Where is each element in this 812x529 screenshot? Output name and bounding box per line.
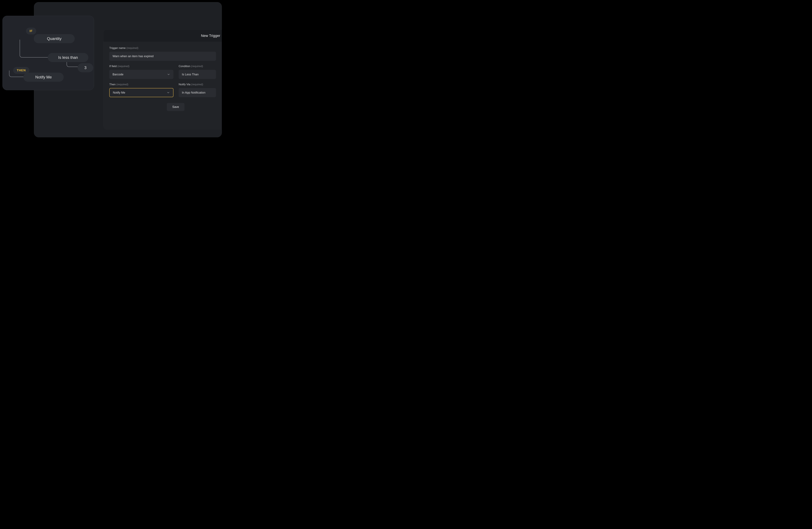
chevron-down-icon: [166, 91, 170, 94]
label-text: Trigger name: [109, 46, 126, 49]
select-value: Notify Me: [113, 91, 125, 95]
trigger-name-input[interactable]: [109, 52, 216, 61]
label-if-field: If field (required): [109, 65, 173, 68]
condition-select[interactable]: Is Less Than: [179, 70, 216, 79]
flow-action-pill: Notify Me: [24, 73, 64, 82]
required-hint: (required): [191, 83, 203, 86]
field-condition: Condition (required) Is Less Than: [179, 65, 216, 79]
save-button[interactable]: Save: [167, 103, 185, 111]
modal-title: New Trigger: [201, 34, 220, 38]
field-notify-via: Notify Via (required) In App Notificatio…: [179, 83, 216, 97]
select-value: Barcode: [113, 73, 124, 76]
select-value: In App Notification: [182, 91, 205, 95]
then-select[interactable]: Notify Me: [109, 88, 173, 97]
modal-body: Trigger name (required) If field (requir…: [103, 42, 222, 129]
label-notify-via: Notify Via (required): [179, 83, 216, 86]
field-trigger-name: Trigger name (required): [109, 46, 216, 61]
flow-operator-pill: Is less than: [48, 53, 88, 62]
required-hint: (required): [191, 65, 203, 68]
field-then: Then (required) Notify Me: [109, 83, 173, 97]
label-condition: Condition (required): [179, 65, 216, 68]
modal-header: New Trigger: [103, 30, 222, 42]
select-value: Is Less Than: [182, 73, 199, 76]
notify-via-select[interactable]: In App Notification: [179, 88, 216, 97]
required-hint: (required): [117, 65, 129, 68]
label-text: Then: [109, 83, 116, 86]
label-text: If field: [109, 65, 117, 68]
required-hint: (required): [116, 83, 128, 86]
label-text: Condition: [179, 65, 190, 68]
label-then: Then (required): [109, 83, 173, 86]
flow-if-keyword: IF: [26, 28, 36, 34]
field-if-field: If field (required) Barcode: [109, 65, 173, 79]
flow-then-keyword: THEN: [13, 67, 29, 74]
flow-value-pill: 3: [78, 63, 93, 72]
new-trigger-modal: New Trigger Trigger name (required) If f…: [103, 30, 222, 129]
required-hint: (required): [126, 46, 139, 49]
label-trigger-name: Trigger name (required): [109, 46, 216, 50]
if-field-select[interactable]: Barcode: [109, 70, 173, 79]
trigger-flow-card: IF Quantity Is less than 3 THEN Notify M…: [2, 16, 94, 90]
chevron-down-icon: [167, 73, 170, 76]
label-text: Notify Via: [179, 83, 190, 86]
flow-field-pill: Quantity: [34, 34, 75, 43]
